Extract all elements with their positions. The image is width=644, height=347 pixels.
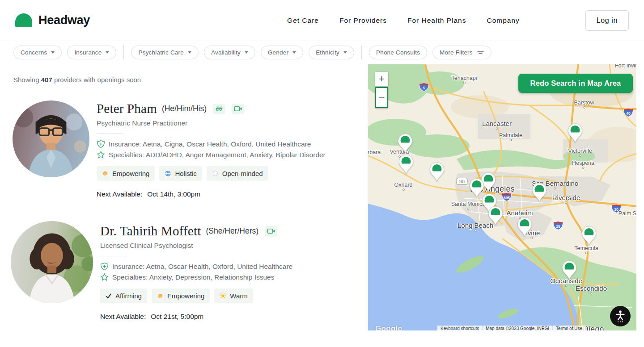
svg-text:10: 10 bbox=[614, 207, 619, 212]
results-panel: Showing 407 providers with openings soon bbox=[0, 64, 368, 347]
filter-availability[interactable]: Availability bbox=[204, 46, 255, 59]
interstate-shield: 605 bbox=[501, 192, 512, 204]
map-pin[interactable] bbox=[488, 206, 503, 226]
provider-photo[interactable] bbox=[13, 100, 89, 177]
us-route-shield: 101 bbox=[456, 178, 468, 187]
nav-for-health-plans[interactable]: For Health Plans bbox=[407, 17, 466, 25]
map-label: Oxnard bbox=[394, 182, 413, 188]
provider-pronouns: (He/Him/His) bbox=[162, 104, 207, 113]
chevron-down-icon bbox=[51, 51, 55, 54]
nav-for-providers[interactable]: For Providers bbox=[339, 17, 387, 25]
google-logo[interactable]: Google bbox=[375, 324, 402, 330]
svg-text:101: 101 bbox=[459, 180, 465, 184]
globe-icon bbox=[165, 170, 171, 177]
summary-suffix: providers with openings soon bbox=[52, 76, 141, 84]
map-zoom-in-button[interactable]: + bbox=[375, 72, 388, 86]
map-pin[interactable] bbox=[398, 155, 414, 174]
map-label: Riverside bbox=[552, 194, 580, 201]
map-pin[interactable] bbox=[562, 260, 577, 280]
map-pin[interactable] bbox=[581, 226, 597, 246]
map-label-dot bbox=[565, 285, 568, 287]
map-pin[interactable] bbox=[429, 162, 445, 182]
map-label: Barstow bbox=[574, 100, 594, 106]
map-label-dot bbox=[467, 208, 470, 210]
video-icon bbox=[232, 104, 244, 114]
badge-label: Holistic bbox=[175, 170, 196, 177]
map-data-text: Map data ©2023 Google, INEGI bbox=[483, 326, 553, 330]
svg-text:5: 5 bbox=[423, 86, 425, 90]
insurance-values: Aetna, Oscar Health, Oxford, United Heal… bbox=[146, 263, 292, 270]
keyboard-shortcuts-link[interactable]: Keyboard shortcuts bbox=[437, 326, 483, 330]
map-label: Palm Springs bbox=[619, 210, 636, 217]
headway-logo-icon bbox=[15, 13, 32, 27]
badge-empowering: Empowering bbox=[152, 288, 210, 303]
provider-card[interactable]: Peter Pham (He/Him/His) Psychiatri bbox=[13, 100, 368, 198]
map-label: Santa Monica bbox=[451, 201, 485, 207]
filter-phone-consults[interactable]: Phone Consults bbox=[369, 46, 427, 59]
map-label-dot bbox=[590, 293, 593, 295]
badge-open-minded: Open-minded bbox=[207, 166, 268, 181]
badge-label: Affirming bbox=[115, 292, 142, 300]
terms-link[interactable]: Terms of Use bbox=[553, 326, 586, 330]
chevron-down-icon bbox=[343, 51, 347, 54]
provider-card[interactable]: Dr. Tahirih Moffett (She/Her/Hers) Licen… bbox=[13, 223, 368, 321]
filter-gender[interactable]: Gender bbox=[261, 46, 303, 59]
map-label-dot bbox=[463, 82, 466, 84]
redo-search-button[interactable]: Redo Search in Map Area bbox=[518, 74, 633, 93]
svg-text:15: 15 bbox=[556, 224, 560, 229]
specialties-values: Anxiety, Depression, Relationship Issues bbox=[149, 273, 275, 281]
specialties-label: Specialties: bbox=[109, 151, 144, 159]
map-panel[interactable]: 5401016051510 Fort IrwinTehachapiBarstow… bbox=[368, 64, 636, 330]
provider-credential: Licensed Clinical Psychologist bbox=[100, 242, 292, 250]
filter-concerns[interactable]: Concerns bbox=[13, 46, 62, 59]
filter-insurance[interactable]: Insurance bbox=[67, 46, 116, 59]
filter-label: Gender bbox=[268, 49, 288, 56]
map-label-dot bbox=[565, 202, 568, 204]
provider-photo[interactable] bbox=[11, 221, 93, 303]
results-count: 407 bbox=[41, 76, 52, 84]
filter-label: Concerns bbox=[21, 49, 47, 56]
specialties-star-icon bbox=[100, 273, 109, 281]
headway-logo[interactable]: Headway bbox=[15, 13, 90, 27]
next-available-value: Oct 14th, 3:00pm bbox=[147, 190, 200, 198]
trait-badges: Affirming Empowering bbox=[100, 288, 292, 303]
next-available: Next Available:Oct 14th, 3:00pm bbox=[97, 190, 326, 198]
filter-more-filters[interactable]: More Filters bbox=[432, 46, 491, 59]
map-label-dot bbox=[531, 237, 533, 239]
chevron-down-icon bbox=[292, 51, 296, 54]
provider-name[interactable]: Dr. Tahirih Moffett bbox=[100, 224, 201, 238]
brand-name: Headway bbox=[38, 13, 90, 27]
map-pin[interactable] bbox=[568, 123, 583, 143]
login-button[interactable]: Log in bbox=[585, 10, 629, 31]
next-available-value: Oct 21st, 5:00pm bbox=[151, 313, 203, 320]
muscle-icon bbox=[157, 293, 164, 299]
badge-label: Warm bbox=[230, 292, 247, 300]
badge-label: Empowering bbox=[112, 170, 149, 177]
sun-icon bbox=[220, 293, 226, 299]
specialties-values: ADD/ADHD, Anger Management, Anxiety, Bip… bbox=[146, 151, 326, 159]
map-label-dot bbox=[585, 252, 588, 254]
nav-get-care[interactable]: Get Care bbox=[287, 17, 319, 25]
filter-label: Insurance bbox=[74, 49, 102, 56]
map-pin[interactable] bbox=[532, 183, 547, 202]
badge-label: Open-minded bbox=[222, 170, 263, 177]
provider-credential: Psychiatric Nurse Practitioner bbox=[97, 119, 326, 127]
map-pin[interactable] bbox=[517, 217, 532, 237]
map-label-dot bbox=[402, 188, 405, 191]
provider-name[interactable]: Peter Pham bbox=[97, 101, 157, 116]
next-available: Next Available:Oct 21st, 5:00pm bbox=[100, 313, 292, 321]
map-pin[interactable] bbox=[398, 134, 413, 153]
map-label: Temecula bbox=[574, 245, 598, 251]
accessibility-button[interactable] bbox=[610, 306, 631, 326]
sliders-icon bbox=[477, 50, 484, 55]
nav-company[interactable]: Company bbox=[487, 17, 519, 25]
map-zoom-out-button[interactable]: − bbox=[375, 87, 388, 108]
chevron-down-icon bbox=[245, 51, 248, 54]
filter-psychiatric-care[interactable]: Psychiatric Care bbox=[131, 46, 198, 59]
filter-label: More Filters bbox=[440, 49, 473, 56]
provider-details: Peter Pham (He/Him/His) Psychiatri bbox=[97, 100, 326, 198]
map-label: Anaheim bbox=[506, 209, 533, 217]
filter-ethnicity[interactable]: Ethnicity bbox=[309, 46, 354, 59]
interstate-shield: 40 bbox=[623, 108, 634, 119]
provider-pronouns: (She/Her/Hers) bbox=[206, 226, 258, 236]
